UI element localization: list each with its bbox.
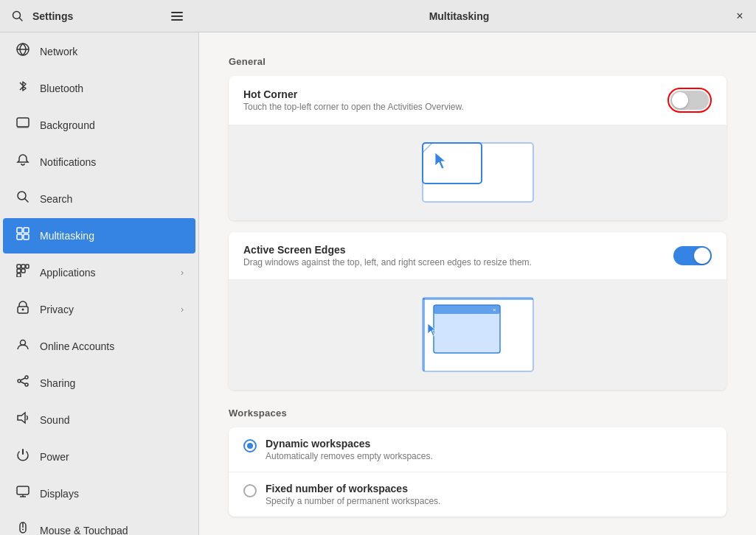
sidebar-icon-multitasking xyxy=(15,227,31,244)
sidebar-item-power[interactable]: Power xyxy=(3,439,195,475)
main-layout: Network Bluetooth Background Notificatio… xyxy=(0,32,756,535)
svg-rect-12 xyxy=(24,228,29,233)
svg-line-10 xyxy=(25,199,29,203)
svg-text:×: × xyxy=(493,307,496,313)
svg-point-22 xyxy=(22,309,24,311)
svg-rect-19 xyxy=(21,269,25,273)
sidebar-item-applications[interactable]: Applications › xyxy=(3,255,195,290)
sidebar-label-privacy: Privacy xyxy=(40,304,181,315)
hot-corner-illustration xyxy=(229,125,726,220)
svg-marker-29 xyxy=(18,413,25,423)
sidebar-item-notifications[interactable]: Notifications xyxy=(3,144,195,180)
fixed-workspaces-desc: Specify a number of permanent workspaces… xyxy=(266,496,440,506)
app-title: Settings xyxy=(32,10,165,22)
sidebar-label-multitasking: Multitasking xyxy=(40,230,184,242)
hot-corner-svg xyxy=(419,139,537,206)
active-edges-toggle[interactable] xyxy=(673,246,712,265)
active-edges-svg: × xyxy=(419,294,537,375)
content-area: General Hot Corner Touch the top-left co… xyxy=(199,32,756,535)
sidebar-item-online-accounts[interactable]: Online Accounts xyxy=(3,329,195,364)
sidebar-icon-online-accounts xyxy=(15,338,31,354)
svg-point-35 xyxy=(22,529,24,531)
close-button[interactable]: × xyxy=(729,6,750,27)
hot-corner-text: Hot Corner Touch the top-left corner to … xyxy=(243,88,667,112)
sidebar-icon-applications xyxy=(15,264,31,281)
sidebar-label-mouse-touchpad: Mouse & Touchpad xyxy=(40,525,184,536)
svg-rect-4 xyxy=(171,19,183,21)
svg-rect-41 xyxy=(423,298,425,371)
sidebar-icon-power xyxy=(15,448,31,465)
sidebar-icon-notifications xyxy=(15,153,31,170)
menu-button[interactable] xyxy=(165,4,189,28)
svg-line-1 xyxy=(20,18,23,21)
search-icon xyxy=(12,10,24,22)
sidebar-icon-bluetooth xyxy=(15,80,31,97)
menu-icon xyxy=(171,12,183,21)
dynamic-workspaces-row[interactable]: Dynamic workspaces Automatically removes… xyxy=(229,427,726,472)
svg-rect-8 xyxy=(17,127,29,128)
svg-rect-14 xyxy=(24,234,29,239)
general-section-title: General xyxy=(229,56,726,67)
active-edges-desc: Drag windows against the top, left, and … xyxy=(243,257,673,268)
sidebar-item-multitasking[interactable]: Multitasking xyxy=(3,218,195,253)
hot-corner-desc: Touch the top-left corner to open the Ac… xyxy=(243,102,667,112)
hot-corner-toggle[interactable] xyxy=(670,91,709,110)
svg-point-26 xyxy=(25,383,28,386)
sidebar-icon-displays xyxy=(15,485,31,502)
svg-rect-30 xyxy=(17,486,29,494)
fixed-workspaces-radio[interactable] xyxy=(243,484,257,497)
svg-rect-18 xyxy=(17,269,21,273)
sidebar-item-sound[interactable]: Sound xyxy=(3,402,195,438)
dynamic-workspaces-radio[interactable] xyxy=(243,439,257,452)
sidebar-label-search: Search xyxy=(40,193,184,205)
search-button[interactable] xyxy=(6,4,30,28)
svg-point-24 xyxy=(25,376,28,379)
sidebar-icon-network xyxy=(15,43,31,60)
sidebar-label-online-accounts: Online Accounts xyxy=(40,340,184,352)
fixed-workspaces-title: Fixed number of workspaces xyxy=(266,483,440,494)
svg-rect-2 xyxy=(171,12,183,13)
sidebar-icon-sharing xyxy=(15,374,31,391)
sidebar-label-notifications: Notifications xyxy=(40,156,184,168)
sidebar-icon-background xyxy=(15,116,31,133)
sidebar-icon-mouse-touchpad xyxy=(15,522,31,535)
sidebar-label-applications: Applications xyxy=(40,267,181,279)
hot-corner-row: Hot Corner Touch the top-left corner to … xyxy=(229,76,726,125)
sidebar-label-displays: Displays xyxy=(40,488,184,500)
svg-point-25 xyxy=(18,380,21,382)
sidebar-item-displays[interactable]: Displays xyxy=(3,476,195,511)
sidebar-item-bluetooth[interactable]: Bluetooth xyxy=(3,71,195,106)
fixed-workspaces-row[interactable]: Fixed number of workspaces Specify a num… xyxy=(229,472,726,517)
sidebar-item-privacy[interactable]: Privacy › xyxy=(3,292,195,327)
active-edges-toggle-knob xyxy=(694,248,710,264)
sidebar-label-sharing: Sharing xyxy=(40,377,184,389)
workspaces-card: Dynamic workspaces Automatically removes… xyxy=(229,427,726,517)
svg-rect-42 xyxy=(423,298,533,300)
svg-rect-11 xyxy=(17,228,22,233)
chevron-right-icon: › xyxy=(181,268,184,278)
svg-rect-15 xyxy=(17,265,21,268)
sidebar-icon-search xyxy=(15,190,31,207)
active-edges-row: Active Screen Edges Drag windows against… xyxy=(229,232,726,279)
page-title: Multitasking xyxy=(429,10,490,22)
active-screen-edges-card: Active Screen Edges Drag windows against… xyxy=(229,232,726,390)
sidebar-item-background[interactable]: Background xyxy=(3,108,195,143)
svg-line-27 xyxy=(21,378,25,380)
hot-corner-toggle-highlight xyxy=(667,88,712,113)
workspaces-section: Workspaces Dynamic workspaces Automatica… xyxy=(229,408,726,517)
svg-rect-17 xyxy=(26,265,29,268)
hot-corner-toggle-knob xyxy=(672,92,688,108)
sidebar-icon-sound xyxy=(15,411,31,428)
svg-rect-20 xyxy=(17,273,21,277)
dynamic-workspaces-title: Dynamic workspaces xyxy=(266,438,433,450)
fixed-workspaces-text: Fixed number of workspaces Specify a num… xyxy=(266,483,440,506)
active-edges-title: Active Screen Edges xyxy=(243,244,673,256)
sidebar-label-background: Background xyxy=(40,119,184,131)
sidebar-item-sharing[interactable]: Sharing xyxy=(3,366,195,401)
sidebar-item-network[interactable]: Network xyxy=(3,34,195,69)
active-edges-text: Active Screen Edges Drag windows against… xyxy=(243,244,673,268)
hot-corner-title: Hot Corner xyxy=(243,88,667,100)
sidebar-item-search[interactable]: Search xyxy=(3,181,195,217)
sidebar-item-mouse-touchpad[interactable]: Mouse & Touchpad xyxy=(3,513,195,535)
sidebar-icon-privacy xyxy=(15,301,31,318)
